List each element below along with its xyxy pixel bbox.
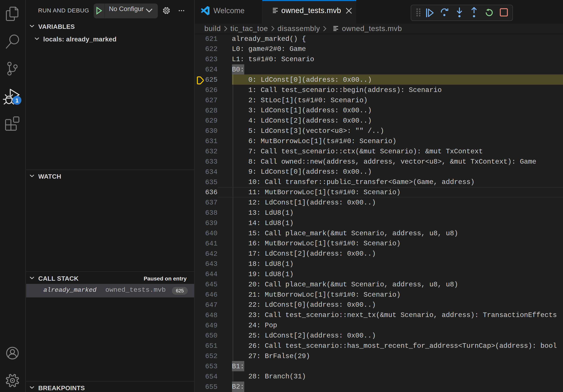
svg-text:1: 1	[15, 97, 19, 104]
